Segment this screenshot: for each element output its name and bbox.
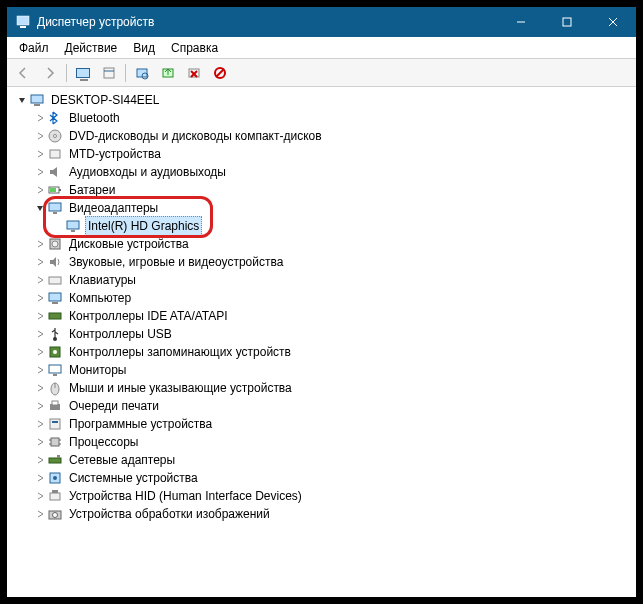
- svg-rect-20: [50, 150, 60, 158]
- chevron-right-icon[interactable]: [33, 129, 47, 143]
- tree-category[interactable]: Очереди печати: [9, 397, 634, 415]
- chevron-right-icon[interactable]: [33, 399, 47, 413]
- chevron-right-icon[interactable]: [33, 273, 47, 287]
- tree-category-label: Батареи: [67, 181, 117, 199]
- tree-category-label: Устройства обработки изображений: [67, 505, 272, 523]
- device-tree[interactable]: DESKTOP-SI44EELBluetoothDVD-дисководы и …: [7, 87, 636, 527]
- tree-category[interactable]: Bluetooth: [9, 109, 634, 127]
- chevron-right-icon[interactable]: [33, 453, 47, 467]
- svg-rect-35: [49, 313, 61, 319]
- tree-category-label: Устройства HID (Human Interface Devices): [67, 487, 304, 505]
- chevron-right-icon[interactable]: [33, 417, 47, 431]
- chevron-right-icon[interactable]: [33, 471, 47, 485]
- svg-rect-0: [17, 16, 29, 25]
- tree-category-label: Дисковые устройства: [67, 235, 191, 253]
- chevron-right-icon[interactable]: [33, 327, 47, 341]
- tree-category[interactable]: Контроллеры IDE ATA/ATAPI: [9, 307, 634, 325]
- svg-rect-47: [51, 438, 59, 446]
- scan-button[interactable]: [130, 62, 154, 84]
- tree-category[interactable]: Батареи: [9, 181, 634, 199]
- svg-rect-24: [49, 203, 61, 211]
- chevron-right-icon[interactable]: [33, 165, 47, 179]
- menu-help[interactable]: Справка: [163, 39, 226, 57]
- tree-category[interactable]: Системные устройства: [9, 469, 634, 487]
- tree-category[interactable]: Процессоры: [9, 433, 634, 451]
- tree-category[interactable]: Контроллеры USB: [9, 325, 634, 343]
- tree-category[interactable]: Контроллеры запоминающих устройств: [9, 343, 634, 361]
- chevron-right-icon[interactable]: [33, 489, 47, 503]
- printer-icon: [47, 398, 63, 414]
- sw-icon: [47, 416, 63, 432]
- tree-category[interactable]: MTD-устройства: [9, 145, 634, 163]
- menu-file[interactable]: Файл: [11, 39, 57, 57]
- svg-rect-40: [53, 374, 57, 376]
- svg-point-19: [54, 135, 57, 138]
- menu-view[interactable]: Вид: [125, 39, 163, 57]
- tree-category[interactable]: Устройства обработки изображений: [9, 505, 634, 523]
- tree-category-label: Клавиатуры: [67, 271, 138, 289]
- chevron-right-icon[interactable]: [33, 237, 47, 251]
- svg-point-36: [53, 337, 57, 341]
- chevron-right-icon[interactable]: [33, 291, 47, 305]
- tree-category[interactable]: Звуковые, игровые и видеоустройства: [9, 253, 634, 271]
- svg-point-29: [52, 241, 58, 247]
- disable-button[interactable]: [208, 62, 232, 84]
- computer-icon: [47, 290, 63, 306]
- chevron-right-icon[interactable]: [33, 111, 47, 125]
- toolbar: [7, 59, 636, 87]
- tree-root[interactable]: DESKTOP-SI44EEL: [9, 91, 634, 109]
- svg-rect-16: [31, 95, 43, 103]
- tree-category[interactable]: Устройства HID (Human Interface Devices): [9, 487, 634, 505]
- minimize-button[interactable]: [498, 7, 544, 37]
- monitor-icon: [47, 362, 63, 378]
- properties-button[interactable]: [97, 62, 121, 84]
- menu-action[interactable]: Действие: [57, 39, 126, 57]
- tree-category-label: Bluetooth: [67, 109, 122, 127]
- update-driver-button[interactable]: [156, 62, 180, 84]
- battery-icon: [47, 182, 63, 198]
- chevron-right-icon[interactable]: [33, 309, 47, 323]
- tree-category[interactable]: Мыши и иные указывающие устройства: [9, 379, 634, 397]
- chevron-right-icon[interactable]: [33, 363, 47, 377]
- uninstall-button[interactable]: [182, 62, 206, 84]
- tree-category-label: MTD-устройства: [67, 145, 163, 163]
- tree-category[interactable]: Аудиовходы и аудиовыходы: [9, 163, 634, 181]
- maximize-button[interactable]: [544, 7, 590, 37]
- svg-line-15: [216, 69, 224, 77]
- toolbar-separator: [66, 64, 67, 82]
- show-hidden-button[interactable]: [71, 62, 95, 84]
- tree-category[interactable]: Программные устройства: [9, 415, 634, 433]
- chevron-right-icon[interactable]: [33, 507, 47, 521]
- chevron-right-icon[interactable]: [33, 435, 47, 449]
- tree-category[interactable]: DVD-дисководы и дисководы компакт-дисков: [9, 127, 634, 145]
- svg-rect-17: [34, 104, 40, 106]
- tree-category[interactable]: Компьютер: [9, 289, 634, 307]
- tree-device[interactable]: Intel(R) HD Graphics: [9, 217, 634, 235]
- chevron-right-icon[interactable]: [33, 147, 47, 161]
- tree-category[interactable]: Сетевые адаптеры: [9, 451, 634, 469]
- toolbar-separator: [125, 64, 126, 82]
- back-button[interactable]: [12, 62, 36, 84]
- forward-button[interactable]: [38, 62, 62, 84]
- tree-category[interactable]: Видеоадаптеры: [9, 199, 634, 217]
- svg-rect-46: [52, 421, 58, 423]
- tree-category[interactable]: Дисковые устройства: [9, 235, 634, 253]
- close-button[interactable]: [590, 7, 636, 37]
- svg-point-59: [53, 513, 58, 518]
- chevron-down-icon[interactable]: [33, 201, 47, 215]
- chevron-right-icon[interactable]: [33, 381, 47, 395]
- svg-rect-52: [49, 458, 61, 463]
- chevron-right-icon[interactable]: [33, 183, 47, 197]
- tree-category-label: Контроллеры IDE ATA/ATAPI: [67, 307, 230, 325]
- svg-rect-44: [52, 401, 58, 405]
- tree-device-label: Intel(R) HD Graphics: [85, 216, 202, 236]
- chevron-right-icon[interactable]: [33, 345, 47, 359]
- tree-category[interactable]: Мониторы: [9, 361, 634, 379]
- chevron-down-icon[interactable]: [15, 93, 29, 107]
- tree-category[interactable]: Клавиатуры: [9, 271, 634, 289]
- svg-rect-56: [50, 493, 60, 500]
- chevron-right-icon[interactable]: [33, 255, 47, 269]
- svg-rect-45: [50, 419, 60, 429]
- tree-root-label: DESKTOP-SI44EEL: [49, 91, 162, 109]
- tree-category-label: Программные устройства: [67, 415, 214, 433]
